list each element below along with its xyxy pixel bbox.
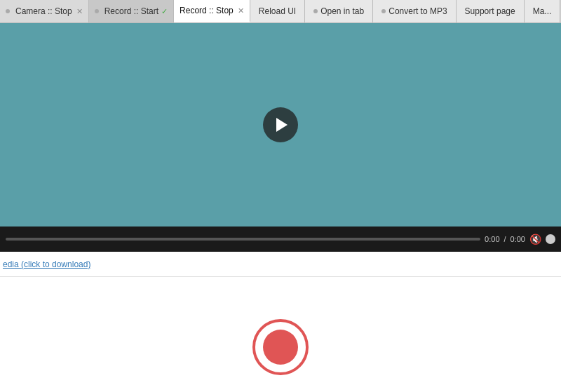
- tab-record-stop[interactable]: Record :: Stop ✕: [174, 0, 250, 22]
- reload-ui-button[interactable]: Reload UI: [250, 0, 305, 22]
- tab-camera-stop[interactable]: Camera :: Stop ✕: [0, 0, 89, 22]
- tab-bar: Camera :: Stop ✕ Record :: Start ✓ Recor…: [0, 0, 561, 23]
- progress-bar[interactable]: [6, 238, 480, 241]
- open-in-tab-label: Open in tab: [320, 6, 364, 16]
- tab-close-record-stop[interactable]: ✕: [238, 6, 244, 15]
- support-page-label: Support page: [465, 6, 515, 16]
- record-inner-circle: [263, 330, 298, 365]
- main-content: 0:00 / 0:00 🔇 edia (click to download): [0, 23, 561, 392]
- tab-label-record-stop: Record :: Stop: [180, 6, 234, 15]
- download-bar: edia (click to download): [0, 252, 561, 277]
- video-player: [0, 23, 561, 227]
- mute-button[interactable]: 🔇: [529, 234, 541, 245]
- play-icon: [276, 118, 288, 132]
- record-area: [0, 277, 561, 392]
- play-button[interactable]: [263, 107, 298, 142]
- time-separator: /: [504, 235, 506, 243]
- tab-check-record-start: ✓: [161, 7, 168, 16]
- time-total: 0:00: [511, 235, 525, 243]
- reload-ui-label: Reload UI: [259, 6, 296, 16]
- support-page-button[interactable]: Support page: [457, 0, 525, 22]
- tab-dot: [6, 9, 10, 13]
- record-stop-button[interactable]: [252, 319, 309, 375]
- tab-record-start[interactable]: Record :: Start ✓: [89, 0, 174, 22]
- convert-to-mp3-button[interactable]: Convert to MP3: [373, 0, 456, 22]
- video-controls: 0:00 / 0:00 🔇: [0, 227, 561, 252]
- download-link[interactable]: edia (click to download): [3, 259, 90, 269]
- time-current: 0:00: [485, 235, 499, 243]
- fullscreen-button[interactable]: [546, 234, 555, 244]
- more-button[interactable]: Ma...: [525, 0, 561, 22]
- more-label: Ma...: [533, 6, 552, 16]
- tab-dot-2: [95, 9, 99, 13]
- open-in-tab-button[interactable]: Open in tab: [305, 0, 373, 22]
- tab-close-camera-stop[interactable]: ✕: [76, 7, 83, 16]
- tab-label-record-start: Record :: Start: [104, 6, 158, 16]
- open-in-tab-dot: [313, 9, 318, 13]
- convert-to-mp3-label: Convert to MP3: [388, 6, 447, 16]
- convert-mp3-dot: [381, 9, 386, 13]
- tab-label-camera-stop: Camera :: Stop: [15, 6, 72, 16]
